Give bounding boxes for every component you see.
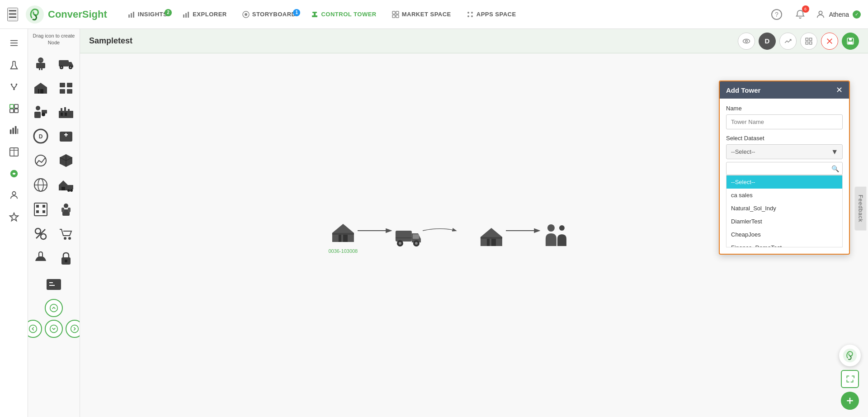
apps-space-icon: [467, 11, 474, 18]
node-icon-medkit[interactable]: [55, 125, 77, 147]
node-icon-truck[interactable]: [55, 52, 77, 74]
svg-rect-34: [9, 109, 13, 113]
node-icon-percent[interactable]: [30, 223, 52, 245]
add-tower-modal: Add Tower ✕ Name Select Dataset --Select…: [719, 81, 850, 255]
sidebar-icon-chart[interactable]: [5, 121, 23, 139]
flow-node-people[interactable]: [542, 221, 571, 250]
svg-point-134: [547, 224, 555, 232]
nav-right-button[interactable]: [66, 320, 80, 338]
nav-item-storyboard[interactable]: STORYBOARD 1: [236, 7, 302, 22]
expand-button[interactable]: [841, 370, 859, 388]
node-icon-lock[interactable]: [55, 247, 77, 269]
market-space-icon: [392, 11, 399, 18]
nav-item-control-tower[interactable]: CONTROL TOWER: [305, 7, 382, 22]
svg-rect-36: [9, 129, 11, 134]
dropdown-item-ca-sales[interactable]: ca sales: [726, 189, 842, 202]
nav-item-explorer[interactable]: EXPLORER: [176, 7, 233, 22]
modal-close-button[interactable]: ✕: [836, 86, 843, 94]
svg-line-30: [11, 85, 14, 88]
logo[interactable]: ConverSight: [25, 5, 107, 24]
svg-point-65: [42, 113, 45, 116]
control-tower-icon: [311, 11, 318, 18]
sidebar-icon-grid[interactable]: [5, 100, 23, 118]
flow-node-warehouse1[interactable]: 0036-103008: [328, 217, 358, 254]
nav-item-insights[interactable]: INSIGHTS 2: [122, 7, 174, 22]
dropdown-item-cheapjoes[interactable]: CheapJoes: [726, 228, 842, 241]
node-nav-controls: [28, 299, 80, 338]
node-icon-cart[interactable]: [55, 223, 77, 245]
flow-node-warehouse2[interactable]: [477, 221, 506, 250]
node-icon-dealer[interactable]: D: [30, 125, 52, 147]
help-button[interactable]: ?: [769, 6, 785, 23]
svg-rect-130: [487, 239, 496, 246]
eye-button[interactable]: [738, 33, 755, 50]
nav-left-button[interactable]: [28, 320, 42, 338]
node-icon-office[interactable]: [30, 199, 52, 220]
svg-text:?: ?: [775, 11, 778, 18]
node-icon-delivery-person[interactable]: [30, 101, 52, 123]
sidebar-icon-branch[interactable]: [5, 78, 23, 96]
svg-rect-23: [10, 40, 18, 41]
node-icon-globe[interactable]: [30, 174, 52, 196]
sidebar-icon-list[interactable]: [5, 34, 23, 52]
svg-rect-50: [38, 59, 43, 61]
user-menu[interactable]: Athena ✓: [816, 9, 861, 19]
flow-node-truck[interactable]: [394, 221, 423, 250]
sidebar-icon-leaf[interactable]: [5, 165, 23, 183]
svg-marker-45: [9, 213, 18, 221]
dataset-select[interactable]: --Select--: [726, 144, 843, 159]
d-button[interactable]: D: [759, 33, 776, 50]
svg-rect-132: [481, 237, 502, 239]
logo-text: ConverSight: [48, 9, 107, 20]
dataset-dropdown-list: --Select-- ca sales Natural_Sol_Indy Dia…: [726, 175, 843, 247]
nav-up-button[interactable]: [45, 299, 63, 317]
node-icon-analytics[interactable]: [30, 150, 52, 171]
storyboard-badge: 1: [293, 9, 300, 16]
sidebar-icon-person[interactable]: [5, 186, 23, 204]
left-sidebar: [0, 29, 28, 417]
node-icon-worker2[interactable]: [55, 199, 77, 220]
node-icon-terminal[interactable]: [43, 274, 65, 295]
nav-item-market-space[interactable]: MARKET SPACE: [386, 7, 458, 22]
svg-rect-76: [66, 133, 66, 137]
notification-button[interactable]: 6: [792, 6, 808, 23]
sidebar-icon-star[interactable]: [5, 208, 23, 226]
chart-button[interactable]: [779, 33, 797, 50]
svg-rect-61: [67, 89, 72, 94]
feedback-tab[interactable]: Feedback: [855, 187, 867, 231]
dropdown-item-natural[interactable]: Natural_Sol_Indy: [726, 202, 842, 215]
svg-point-100: [65, 260, 67, 262]
node-icon-worker[interactable]: [30, 52, 52, 74]
modal-body: Name Select Dataset --Select-- ▼ 🔍: [720, 99, 849, 254]
grid-button[interactable]: [800, 33, 817, 50]
dropdown-item-finance[interactable]: Finance_DemoTest: [726, 241, 842, 247]
node-icon-factory[interactable]: [55, 101, 77, 123]
node-icon-warehouse[interactable]: [30, 76, 52, 98]
node-icon-box[interactable]: [55, 150, 77, 171]
dropdown-item-diamler[interactable]: DiamlerTest: [726, 215, 842, 228]
save-button[interactable]: [842, 33, 859, 50]
svg-point-126: [399, 242, 401, 245]
node-icon-assembly[interactable]: [55, 76, 77, 98]
dataset-search-input[interactable]: [726, 162, 843, 175]
add-node-button[interactable]: [841, 392, 859, 410]
node-icon-hands[interactable]: [30, 247, 52, 269]
svg-rect-93: [68, 208, 71, 212]
dataset-select-wrapper[interactable]: --Select-- ▼: [726, 144, 843, 159]
conversight-float-logo[interactable]: [839, 345, 861, 366]
close-canvas-button[interactable]: [821, 33, 838, 50]
hamburger-menu[interactable]: ☰: [7, 8, 18, 21]
tower-name-input[interactable]: [726, 114, 843, 129]
svg-rect-68: [64, 107, 66, 112]
dropdown-item-select[interactable]: --Select--: [726, 175, 842, 189]
svg-point-29: [13, 89, 15, 90]
name-label: Name: [726, 105, 843, 112]
node-icon-house-truck[interactable]: [55, 174, 77, 196]
sidebar-icon-beaker[interactable]: [5, 56, 23, 74]
sidebar-icon-table[interactable]: [5, 143, 23, 161]
svg-rect-33: [14, 104, 18, 108]
svg-point-95: [41, 234, 46, 239]
nav-down-button[interactable]: [45, 320, 63, 338]
canvas-content[interactable]: 0036-103008: [80, 53, 868, 417]
nav-item-apps-space[interactable]: APPS SPACE: [460, 7, 523, 22]
